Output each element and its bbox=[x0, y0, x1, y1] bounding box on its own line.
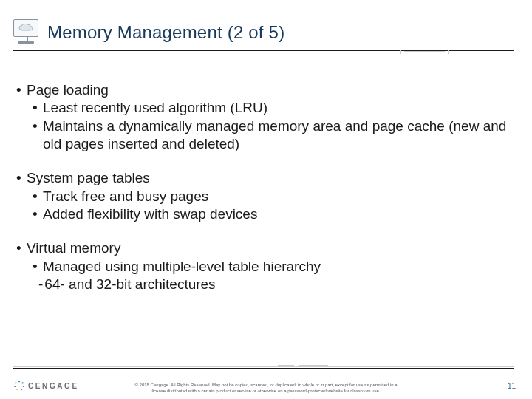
bullet-icon bbox=[33, 205, 43, 223]
bullet-l1: Virtual memory bbox=[27, 239, 120, 257]
bullet-icon bbox=[16, 81, 27, 99]
bullet-group: Page loading Least recently used algorit… bbox=[16, 81, 514, 153]
bullet-icon bbox=[33, 258, 43, 276]
bullet-l2: Managed using multiple-level table hiera… bbox=[43, 258, 321, 276]
svg-point-0 bbox=[18, 381, 20, 382]
bullet-icon bbox=[33, 188, 43, 205]
dash-icon bbox=[38, 276, 44, 293]
copyright-line: © 2018 Cengage. All Rights Reserved. May… bbox=[111, 383, 421, 389]
bullet-l2: Added flexibility with swap devices bbox=[43, 205, 257, 223]
slide-header: Memory Management (2 of 5) bbox=[13, 16, 514, 49]
slide: { "header": { "title": "Memory Managemen… bbox=[0, 0, 532, 399]
cloud-monitor-icon bbox=[13, 18, 41, 47]
bullet-l2: Maintains a dynamically managed memory a… bbox=[43, 117, 514, 154]
copyright: © 2018 Cengage. All Rights Reserved. May… bbox=[0, 383, 532, 394]
header-rule-mark bbox=[404, 51, 445, 52]
bullet-icon bbox=[16, 239, 27, 257]
footer-rule bbox=[13, 366, 514, 369]
bullet-l1: System page tables bbox=[27, 169, 150, 187]
bullet-icon bbox=[33, 99, 43, 117]
bullet-icon bbox=[16, 169, 27, 187]
bullet-group: System page tables Track free and busy p… bbox=[16, 169, 514, 223]
bullet-l1: Page loading bbox=[27, 81, 109, 99]
bullet-group: Virtual memory Managed using multiple-le… bbox=[16, 239, 514, 293]
bullet-icon bbox=[33, 117, 43, 154]
copyright-line: license distributed with a certain produ… bbox=[111, 389, 421, 395]
bullet-l2: Least recently used algorithm (LRU) bbox=[43, 99, 267, 117]
slide-body: Page loading Least recently used algorit… bbox=[16, 81, 514, 310]
page-number: 11 bbox=[508, 382, 516, 390]
slide-title: Memory Management (2 of 5) bbox=[47, 22, 284, 43]
slide-footer: CENGAGE © 2018 Cengage. All Rights Reser… bbox=[0, 366, 532, 399]
bullet-l2: Track free and busy pages bbox=[43, 188, 208, 205]
bullet-l3: 64- and 32-bit architectures bbox=[44, 276, 215, 293]
footer-rule-mark bbox=[278, 364, 331, 368]
